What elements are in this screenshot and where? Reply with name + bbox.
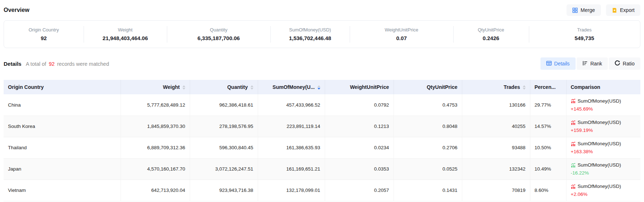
- cell-quantity: 278,198,576.95: [190, 116, 258, 137]
- tab-details[interactable]: Details: [540, 57, 576, 70]
- export-icon: [612, 8, 617, 13]
- cell-weight-unit-price: 0.0353: [325, 158, 393, 180]
- stat-label: Weight: [118, 27, 132, 33]
- comparison-label: SumOfMoney(USD): [578, 98, 621, 105]
- sort-carets: [317, 85, 320, 90]
- comparison-metric: SumOfMoney(USD): [571, 140, 636, 147]
- stat-label: Quantity: [210, 27, 227, 33]
- cell-qty-unit-price: 0.1431: [393, 180, 462, 201]
- cell-origin-country: Thailand: [4, 137, 121, 158]
- cell-comparison: SumOfMoney(USD) +163.38%: [566, 137, 640, 158]
- column-header-sumofmoney-u[interactable]: SumOfMoney(U...: [258, 80, 325, 94]
- cell-trades: 70819: [462, 180, 530, 201]
- stat-label: Trades: [577, 27, 592, 33]
- column-header-weight[interactable]: Weight: [121, 80, 190, 94]
- cell-percentage: 14.57%: [530, 116, 566, 137]
- overview-stats-card: Origin Country 92 Weight 21,948,403,464.…: [4, 20, 640, 48]
- column-label: Trades: [504, 84, 520, 90]
- cell-origin-country: Japan: [4, 158, 121, 180]
- cell-comparison: SumOfMoney(USD) +159.19%: [566, 116, 640, 137]
- overview-page: Overview Merge: [0, 0, 644, 202]
- table-row: China5,777,628,489.12962,386,418.61457,4…: [4, 94, 640, 116]
- mini-chart-icon: [571, 163, 576, 168]
- details-table: Origin Country Weight Quantity SumOfMone…: [4, 80, 640, 201]
- cell-sum-of-money: 457,433,966.52: [258, 94, 325, 116]
- sort-carets: [182, 85, 185, 90]
- subtitle-prefix: A total of: [26, 61, 46, 67]
- column-header-percen: Percen...: [530, 80, 566, 94]
- cell-weight-unit-price: 0.0234: [325, 137, 393, 158]
- column-label: Quantity: [227, 84, 248, 90]
- stat-qtyunitprice: QtyUnitPrice 0.2426: [453, 21, 529, 48]
- comparison-label: SumOfMoney(USD): [578, 119, 621, 126]
- view-switch: Details Rank Ratio: [540, 57, 640, 70]
- page-title: Overview: [4, 7, 29, 13]
- cell-weight-unit-price: 0.1213: [325, 116, 393, 137]
- cell-percentage: 8.60%: [530, 180, 566, 201]
- top-bar: Overview Merge: [4, 4, 640, 16]
- details-table-wrap: Origin Country Weight Quantity SumOfMone…: [4, 80, 640, 201]
- ratio-icon: [615, 60, 620, 67]
- tab-label: Details: [554, 61, 570, 66]
- tab-label: Rank: [590, 61, 602, 66]
- cell-qty-unit-price: 0.8048: [393, 116, 462, 137]
- tab-ratio[interactable]: Ratio: [609, 57, 640, 70]
- cell-comparison: SumOfMoney(USD) -16.22%: [566, 158, 640, 180]
- stat-value: 21,948,403,464.06: [102, 35, 148, 41]
- column-label: Origin Country: [8, 84, 44, 90]
- export-button[interactable]: Export: [606, 4, 640, 16]
- stat-trades: Trades 549,735: [529, 21, 640, 48]
- merge-button-label: Merge: [581, 7, 595, 13]
- column-header-origin-country: Origin Country: [4, 80, 121, 94]
- column-header-trades[interactable]: Trades: [462, 80, 530, 94]
- details-bar: Details A total of92records were matched…: [4, 57, 640, 70]
- cell-origin-country: Vietnam: [4, 180, 121, 201]
- cell-trades: 40255: [462, 116, 530, 137]
- merge-button[interactable]: Merge: [567, 4, 601, 16]
- column-header-quantity[interactable]: Quantity: [190, 80, 258, 94]
- tab-label: Ratio: [623, 61, 635, 66]
- comparison-metric: SumOfMoney(USD): [571, 162, 636, 169]
- column-label: SumOfMoney(U...: [273, 84, 315, 90]
- stat-label: QtyUnitPrice: [478, 27, 504, 33]
- table-row: Thailand6,889,709,312.36596,300,840.4516…: [4, 137, 640, 158]
- comparison-label: SumOfMoney(USD): [578, 183, 621, 190]
- subtitle-suffix: records were matched: [57, 61, 109, 67]
- stat-weightunitprice: WeightUnitPrice 0.07: [350, 21, 453, 48]
- stat-sumofmoney-usd: SumOfMoney(USD) 1,536,702,446.48: [270, 21, 350, 48]
- stat-value: 0.07: [396, 35, 407, 41]
- stat-value: 549,735: [574, 35, 594, 41]
- mini-chart-icon: [571, 142, 576, 146]
- record-count: 92: [49, 61, 55, 67]
- cell-weight: 5,777,628,489.12: [121, 94, 190, 116]
- comparison-metric: SumOfMoney(USD): [571, 98, 636, 105]
- comparison-metric: SumOfMoney(USD): [571, 119, 636, 126]
- details-subtitle: A total of92records were matched: [26, 61, 109, 67]
- export-button-label: Export: [620, 7, 635, 13]
- stat-value: 92: [41, 35, 47, 41]
- stat-value: 0.2426: [483, 35, 499, 41]
- table-icon: [546, 61, 552, 67]
- cell-weight: 642,713,920.04: [121, 180, 190, 201]
- cell-percentage: 10.50%: [530, 137, 566, 158]
- details-title: Details: [4, 61, 21, 67]
- stat-label: SumOfMoney(USD): [289, 27, 331, 33]
- tab-rank[interactable]: Rank: [577, 57, 608, 70]
- cell-comparison: SumOfMoney(USD) +2.06%: [566, 180, 640, 201]
- column-header-weightunitprice: WeightUnitPrice: [325, 80, 393, 94]
- cell-sum-of-money: 132,178,099.01: [258, 180, 325, 201]
- cell-trades: 93488: [462, 137, 530, 158]
- table-row: Japan4,570,160,167.703,072,126,247.51161…: [4, 158, 640, 180]
- cell-weight: 1,845,859,370.30: [121, 116, 190, 137]
- comparison-change: +2.06%: [571, 191, 636, 198]
- cell-origin-country: South Korea: [4, 116, 121, 137]
- cell-quantity: 596,300,840.45: [190, 137, 258, 158]
- column-header-qtyunitprice: QtyUnitPrice: [393, 80, 462, 94]
- table-row: Vietnam642,713,920.04923,943,716.38132,1…: [4, 180, 640, 201]
- stat-value: 1,536,702,446.48: [289, 35, 331, 41]
- cell-sum-of-money: 161,386,635.93: [258, 137, 325, 158]
- column-label: QtyUnitPrice: [427, 84, 458, 90]
- column-label: Weight: [163, 84, 180, 90]
- sort-carets: [523, 85, 526, 90]
- comparison-label: SumOfMoney(USD): [578, 162, 621, 169]
